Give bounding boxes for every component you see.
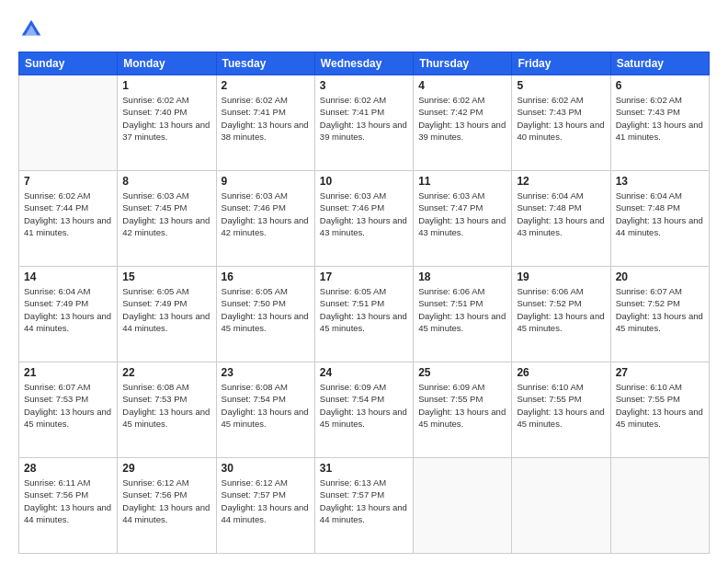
calendar-cell: 19Sunrise: 6:06 AMSunset: 7:52 PMDayligh… xyxy=(512,267,610,362)
day-info: Sunrise: 6:06 AMSunset: 7:52 PMDaylight:… xyxy=(517,285,605,334)
day-header-wednesday: Wednesday xyxy=(314,52,413,75)
day-header-saturday: Saturday xyxy=(610,52,709,75)
calendar-table: SundayMondayTuesdayWednesdayThursdayFrid… xyxy=(18,52,710,554)
day-info: Sunrise: 6:04 AMSunset: 7:48 PMDaylight:… xyxy=(616,190,704,238)
day-number: 20 xyxy=(616,270,704,283)
header xyxy=(18,17,710,42)
calendar-cell: 5Sunrise: 6:02 AMSunset: 7:43 PMDaylight… xyxy=(512,75,610,171)
day-info: Sunrise: 6:05 AMSunset: 7:50 PMDaylight:… xyxy=(222,285,310,334)
day-info: Sunrise: 6:10 AMSunset: 7:55 PMDaylight:… xyxy=(616,381,704,430)
calendar-cell: 25Sunrise: 6:09 AMSunset: 7:55 PMDayligh… xyxy=(414,362,512,458)
calendar-week-3: 14Sunrise: 6:04 AMSunset: 7:49 PMDayligh… xyxy=(19,267,710,362)
day-number: 22 xyxy=(122,366,210,379)
logo-icon xyxy=(18,17,44,42)
day-info: Sunrise: 6:07 AMSunset: 7:52 PMDaylight:… xyxy=(616,285,704,334)
calendar-cell: 7Sunrise: 6:02 AMSunset: 7:44 PMDaylight… xyxy=(19,171,118,267)
day-header-friday: Friday xyxy=(512,52,610,75)
day-number: 24 xyxy=(320,366,408,379)
calendar-cell: 28Sunrise: 6:11 AMSunset: 7:56 PMDayligh… xyxy=(19,458,118,554)
calendar-cell xyxy=(19,75,118,171)
calendar-cell: 18Sunrise: 6:06 AMSunset: 7:51 PMDayligh… xyxy=(414,267,512,362)
day-info: Sunrise: 6:08 AMSunset: 7:54 PMDaylight:… xyxy=(222,381,310,430)
calendar-week-5: 28Sunrise: 6:11 AMSunset: 7:56 PMDayligh… xyxy=(19,458,710,554)
day-info: Sunrise: 6:12 AMSunset: 7:56 PMDaylight:… xyxy=(122,477,210,525)
day-number: 5 xyxy=(517,79,605,92)
calendar-week-1: 1Sunrise: 6:02 AMSunset: 7:40 PMDaylight… xyxy=(19,75,710,171)
calendar-header-row: SundayMondayTuesdayWednesdayThursdayFrid… xyxy=(19,52,710,75)
day-number: 4 xyxy=(418,79,506,92)
calendar-week-4: 21Sunrise: 6:07 AMSunset: 7:53 PMDayligh… xyxy=(19,362,710,458)
calendar-cell: 12Sunrise: 6:04 AMSunset: 7:48 PMDayligh… xyxy=(512,171,610,267)
day-info: Sunrise: 6:13 AMSunset: 7:57 PMDaylight:… xyxy=(320,477,408,525)
day-number: 14 xyxy=(24,270,112,283)
calendar-cell: 10Sunrise: 6:03 AMSunset: 7:46 PMDayligh… xyxy=(314,171,413,267)
calendar-cell: 2Sunrise: 6:02 AMSunset: 7:41 PMDaylight… xyxy=(216,75,314,171)
day-info: Sunrise: 6:05 AMSunset: 7:49 PMDaylight:… xyxy=(122,285,210,334)
calendar-cell: 27Sunrise: 6:10 AMSunset: 7:55 PMDayligh… xyxy=(610,362,709,458)
day-info: Sunrise: 6:02 AMSunset: 7:41 PMDaylight:… xyxy=(222,94,310,143)
day-number: 8 xyxy=(122,175,210,188)
day-header-monday: Monday xyxy=(118,52,216,75)
day-info: Sunrise: 6:07 AMSunset: 7:53 PMDaylight:… xyxy=(24,381,112,430)
day-info: Sunrise: 6:02 AMSunset: 7:40 PMDaylight:… xyxy=(122,94,210,143)
day-info: Sunrise: 6:09 AMSunset: 7:54 PMDaylight:… xyxy=(320,381,408,430)
day-info: Sunrise: 6:11 AMSunset: 7:56 PMDaylight:… xyxy=(24,477,112,525)
day-info: Sunrise: 6:03 AMSunset: 7:47 PMDaylight:… xyxy=(418,190,506,238)
calendar-cell: 22Sunrise: 6:08 AMSunset: 7:53 PMDayligh… xyxy=(118,362,216,458)
day-info: Sunrise: 6:05 AMSunset: 7:51 PMDaylight:… xyxy=(320,285,408,334)
calendar-cell xyxy=(512,458,610,554)
calendar-cell: 13Sunrise: 6:04 AMSunset: 7:48 PMDayligh… xyxy=(610,171,709,267)
day-number: 30 xyxy=(222,462,310,475)
day-info: Sunrise: 6:02 AMSunset: 7:44 PMDaylight:… xyxy=(24,190,112,238)
day-info: Sunrise: 6:03 AMSunset: 7:46 PMDaylight:… xyxy=(222,190,310,238)
day-info: Sunrise: 6:06 AMSunset: 7:51 PMDaylight:… xyxy=(418,285,506,334)
day-number: 27 xyxy=(616,366,704,379)
day-info: Sunrise: 6:02 AMSunset: 7:41 PMDaylight:… xyxy=(320,94,408,143)
day-info: Sunrise: 6:08 AMSunset: 7:53 PMDaylight:… xyxy=(122,381,210,430)
calendar-cell: 15Sunrise: 6:05 AMSunset: 7:49 PMDayligh… xyxy=(118,267,216,362)
day-info: Sunrise: 6:02 AMSunset: 7:43 PMDaylight:… xyxy=(616,94,704,143)
day-info: Sunrise: 6:02 AMSunset: 7:43 PMDaylight:… xyxy=(517,94,605,143)
day-number: 3 xyxy=(320,79,408,92)
day-info: Sunrise: 6:12 AMSunset: 7:57 PMDaylight:… xyxy=(222,477,310,525)
calendar-cell: 31Sunrise: 6:13 AMSunset: 7:57 PMDayligh… xyxy=(314,458,413,554)
day-info: Sunrise: 6:04 AMSunset: 7:49 PMDaylight:… xyxy=(24,285,112,334)
day-number: 29 xyxy=(122,462,210,475)
day-number: 11 xyxy=(418,175,506,188)
calendar-cell: 29Sunrise: 6:12 AMSunset: 7:56 PMDayligh… xyxy=(118,458,216,554)
calendar-cell: 30Sunrise: 6:12 AMSunset: 7:57 PMDayligh… xyxy=(216,458,314,554)
calendar-cell: 9Sunrise: 6:03 AMSunset: 7:46 PMDaylight… xyxy=(216,171,314,267)
calendar-cell: 20Sunrise: 6:07 AMSunset: 7:52 PMDayligh… xyxy=(610,267,709,362)
calendar-week-2: 7Sunrise: 6:02 AMSunset: 7:44 PMDaylight… xyxy=(19,171,710,267)
page: SundayMondayTuesdayWednesdayThursdayFrid… xyxy=(0,0,728,563)
day-info: Sunrise: 6:10 AMSunset: 7:55 PMDaylight:… xyxy=(517,381,605,430)
day-number: 21 xyxy=(24,366,112,379)
day-number: 2 xyxy=(222,79,310,92)
day-number: 19 xyxy=(517,270,605,283)
calendar-cell: 3Sunrise: 6:02 AMSunset: 7:41 PMDaylight… xyxy=(314,75,413,171)
calendar-cell: 24Sunrise: 6:09 AMSunset: 7:54 PMDayligh… xyxy=(314,362,413,458)
day-number: 16 xyxy=(222,270,310,283)
calendar-cell: 8Sunrise: 6:03 AMSunset: 7:45 PMDaylight… xyxy=(118,171,216,267)
day-number: 31 xyxy=(320,462,408,475)
day-info: Sunrise: 6:03 AMSunset: 7:46 PMDaylight:… xyxy=(320,190,408,238)
calendar-cell: 11Sunrise: 6:03 AMSunset: 7:47 PMDayligh… xyxy=(414,171,512,267)
calendar-cell: 23Sunrise: 6:08 AMSunset: 7:54 PMDayligh… xyxy=(216,362,314,458)
logo xyxy=(18,17,48,42)
calendar-cell: 1Sunrise: 6:02 AMSunset: 7:40 PMDaylight… xyxy=(118,75,216,171)
day-number: 28 xyxy=(24,462,112,475)
calendar-cell: 21Sunrise: 6:07 AMSunset: 7:53 PMDayligh… xyxy=(19,362,118,458)
day-number: 9 xyxy=(222,175,310,188)
day-info: Sunrise: 6:04 AMSunset: 7:48 PMDaylight:… xyxy=(517,190,605,238)
day-header-thursday: Thursday xyxy=(414,52,512,75)
day-info: Sunrise: 6:03 AMSunset: 7:45 PMDaylight:… xyxy=(122,190,210,238)
calendar-cell: 14Sunrise: 6:04 AMSunset: 7:49 PMDayligh… xyxy=(19,267,118,362)
calendar-cell: 6Sunrise: 6:02 AMSunset: 7:43 PMDaylight… xyxy=(610,75,709,171)
day-header-tuesday: Tuesday xyxy=(216,52,314,75)
day-number: 12 xyxy=(517,175,605,188)
day-number: 13 xyxy=(616,175,704,188)
calendar-cell xyxy=(610,458,709,554)
day-info: Sunrise: 6:09 AMSunset: 7:55 PMDaylight:… xyxy=(418,381,506,430)
calendar-cell: 17Sunrise: 6:05 AMSunset: 7:51 PMDayligh… xyxy=(314,267,413,362)
day-number: 25 xyxy=(418,366,506,379)
